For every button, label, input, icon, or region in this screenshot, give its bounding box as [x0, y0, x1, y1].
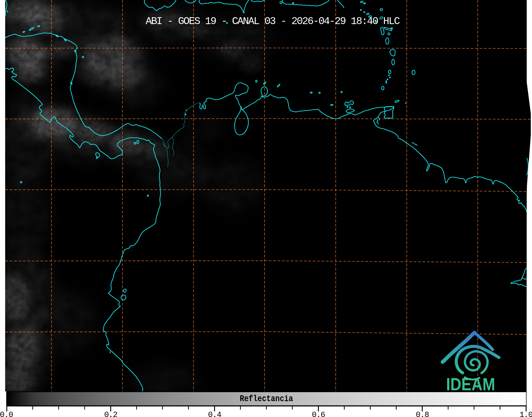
svg-text:0.6: 0.6 [312, 410, 325, 417]
svg-text:0.8: 0.8 [416, 410, 429, 417]
svg-text:0.4: 0.4 [208, 410, 221, 417]
svg-text:Reflectancia: Reflectancia [240, 394, 293, 404]
svg-text:IDEAM: IDEAM [446, 374, 495, 394]
svg-text:ABI - GOES 19 - CANAL 03 - 202: ABI - GOES 19 - CANAL 03 - 2026-04-29 18… [146, 16, 400, 27]
svg-text:1.0: 1.0 [520, 410, 532, 417]
svg-text:0.2: 0.2 [104, 410, 117, 417]
svg-text:0.0: 0.0 [0, 410, 13, 417]
